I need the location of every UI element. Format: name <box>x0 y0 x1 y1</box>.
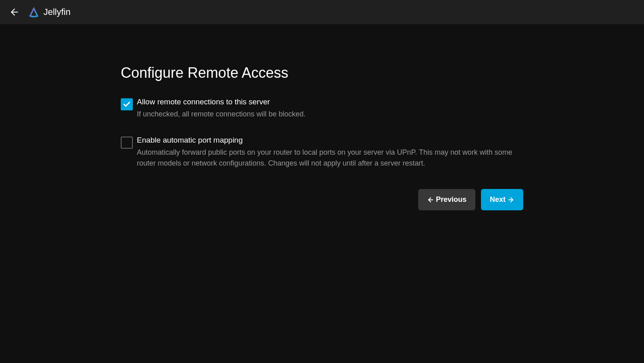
next-button[interactable]: Next <box>481 189 523 210</box>
form-container: Configure Remote Access Allow remote con… <box>117 64 527 210</box>
arrow-right-icon <box>507 196 514 203</box>
remote-connections-checkbox[interactable] <box>121 98 133 110</box>
check-icon <box>123 100 131 108</box>
main-content: Configure Remote Access Allow remote con… <box>0 24 644 210</box>
page-title: Configure Remote Access <box>121 64 523 81</box>
logo: Jellyfin <box>27 6 70 19</box>
port-mapping-description: Automatically forward public ports on yo… <box>137 147 523 169</box>
app-name: Jellyfin <box>43 7 70 17</box>
arrow-left-icon <box>9 7 20 17</box>
back-button[interactable] <box>6 4 23 20</box>
port-mapping-checkbox[interactable] <box>121 137 133 149</box>
remote-connections-option: Allow remote connections to this server … <box>121 97 523 120</box>
previous-button[interactable]: Previous <box>418 189 475 210</box>
header-bar: Jellyfin <box>0 0 644 24</box>
previous-button-label: Previous <box>436 195 466 204</box>
next-button-label: Next <box>490 195 506 204</box>
remote-connections-description: If unchecked, all remote connections wil… <box>137 109 305 120</box>
jellyfin-logo-icon <box>27 6 40 19</box>
port-mapping-option: Enable automatic port mapping Automatica… <box>121 136 523 169</box>
arrow-left-icon <box>427 196 434 203</box>
button-row: Previous Next <box>121 189 523 210</box>
remote-connections-content: Allow remote connections to this server … <box>137 97 305 120</box>
port-mapping-content: Enable automatic port mapping Automatica… <box>137 136 523 169</box>
port-mapping-label[interactable]: Enable automatic port mapping <box>137 136 523 145</box>
remote-connections-label[interactable]: Allow remote connections to this server <box>137 97 305 106</box>
